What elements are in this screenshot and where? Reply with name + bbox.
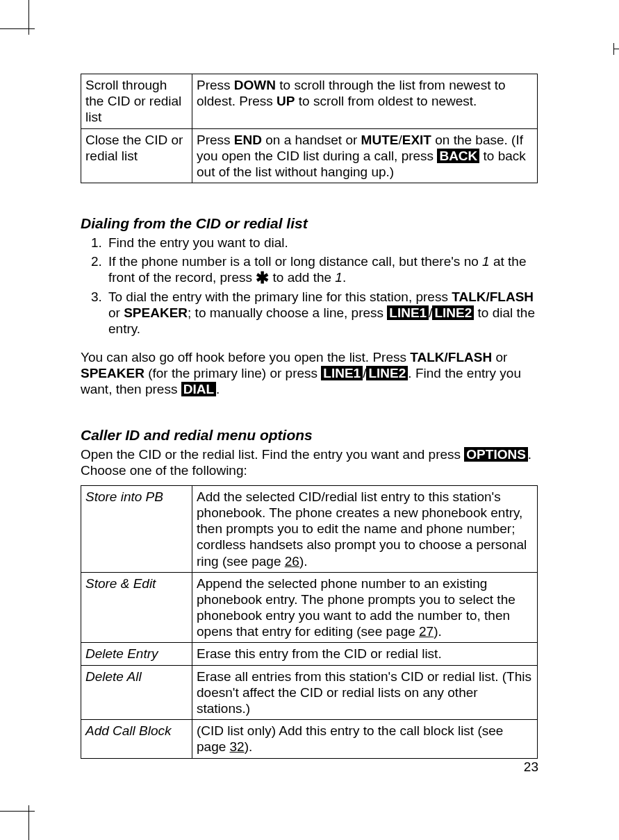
menu-options-table: Store into PB Add the selected CID/redia… <box>81 485 538 759</box>
key-label: DOWN <box>234 78 276 92</box>
crop-mark <box>0 811 35 812</box>
table-row: Store & Edit Append the selected phone n… <box>81 572 538 643</box>
table-row: Delete Entry Erase this entry from the C… <box>81 643 538 665</box>
text: Press <box>197 78 234 92</box>
page-content: Scroll through the CID or redial list Pr… <box>81 74 538 759</box>
steps-list: Find the entry you want to dial. If the … <box>106 235 538 337</box>
table-row: Scroll through the CID or redial list Pr… <box>81 74 538 129</box>
action-cell: Scroll through the CID or redial list <box>81 74 192 129</box>
action-cell: Close the CID or redial list <box>81 128 192 183</box>
softkey-label: LINE1 <box>387 305 429 320</box>
paragraph: You can also go off hook before you open… <box>81 349 538 398</box>
page-ref: 26 <box>285 554 299 569</box>
softkey-label: LINE1 <box>321 366 363 380</box>
text: You can also go off hook before you open… <box>81 350 410 364</box>
key-label: SPEAKER <box>124 305 188 320</box>
list-item: If the phone number is a toll or long di… <box>106 253 538 285</box>
action-table: Scroll through the CID or redial list Pr… <box>81 74 538 183</box>
text: Press <box>197 133 234 147</box>
description-cell: (CID list only) Add this entry to the ca… <box>192 720 538 758</box>
crop-mark <box>28 805 29 840</box>
text: Append the selected phone number to an e… <box>197 576 515 639</box>
text: To dial the entry with the primary line … <box>108 289 452 304</box>
softkey-label: LINE2 <box>432 305 474 320</box>
page-ref: 32 <box>230 739 245 754</box>
option-name-cell: Add Call Block <box>81 720 192 758</box>
key-label: UP <box>277 94 295 108</box>
option-name-cell: Store & Edit <box>81 572 192 643</box>
table-row: Add Call Block (CID list only) Add this … <box>81 720 538 758</box>
text: ). <box>299 554 308 569</box>
description-cell: Append the selected phone number to an e… <box>192 572 538 643</box>
key-label: SPEAKER <box>81 366 145 380</box>
text: to add the <box>269 270 335 285</box>
text: Add the selected CID/redial list entry t… <box>197 489 527 569</box>
description-cell: Press DOWN to scroll through the list fr… <box>192 74 538 129</box>
star-key-icon: ✱ <box>256 269 269 287</box>
key-label: EXIT <box>402 133 431 147</box>
list-item: To dial the entry with the primary line … <box>106 289 538 337</box>
softkey-label: LINE2 <box>366 366 408 380</box>
description-cell: Press END on a handset or MUTE/EXIT on t… <box>192 128 538 183</box>
text: ; to manually choose a line, press <box>188 305 387 320</box>
list-item: Find the entry you want to dial. <box>106 235 538 251</box>
text: Find the entry you want to dial. <box>108 235 288 250</box>
softkey-label: BACK <box>437 149 479 163</box>
softkey-label: DIAL <box>181 382 216 396</box>
paragraph: Open the CID or the redial list. Find th… <box>81 446 538 478</box>
key-label: MUTE <box>361 133 399 147</box>
page-number: 23 <box>524 759 538 775</box>
softkey-label: OPTIONS <box>464 447 528 462</box>
crop-mark <box>614 49 619 49</box>
option-name-cell: Delete All <box>81 665 192 720</box>
key-label: END <box>234 133 262 147</box>
italic-text: 1 <box>335 270 342 285</box>
description-cell: Erase all entries from this station's CI… <box>192 665 538 720</box>
text: or <box>492 350 507 364</box>
italic-text: 1 <box>482 254 490 269</box>
table-row: Close the CID or redial list Press END o… <box>81 128 538 183</box>
text: . <box>342 270 346 285</box>
page-ref: 27 <box>419 624 434 639</box>
crop-mark <box>28 0 29 35</box>
text: (for the primary line) or press <box>145 366 321 380</box>
description-cell: Add the selected CID/redial list entry t… <box>192 485 538 572</box>
crop-mark <box>0 28 35 29</box>
option-name-cell: Store into PB <box>81 485 192 572</box>
text: to scroll from oldest to newest. <box>295 94 477 108</box>
text: or <box>108 305 124 320</box>
key-label: TALK/FLASH <box>452 289 534 304</box>
text: . <box>216 382 220 396</box>
table-row: Store into PB Add the selected CID/redia… <box>81 485 538 572</box>
text: ). <box>434 624 442 639</box>
text: If the phone number is a toll or long di… <box>108 254 482 269</box>
table-row: Delete All Erase all entries from this s… <box>81 665 538 720</box>
text: ). <box>245 739 253 754</box>
crop-mark <box>613 43 614 55</box>
text: Open the CID or the redial list. Find th… <box>81 447 464 462</box>
option-name-cell: Delete Entry <box>81 643 192 665</box>
section-heading: Dialing from the CID or redial list <box>81 215 538 232</box>
text: on a handset or <box>262 133 361 147</box>
section-heading: Caller ID and redial menu options <box>81 427 538 444</box>
key-label: TALK/FLASH <box>410 350 492 364</box>
description-cell: Erase this entry from the CID or redial … <box>192 643 538 665</box>
